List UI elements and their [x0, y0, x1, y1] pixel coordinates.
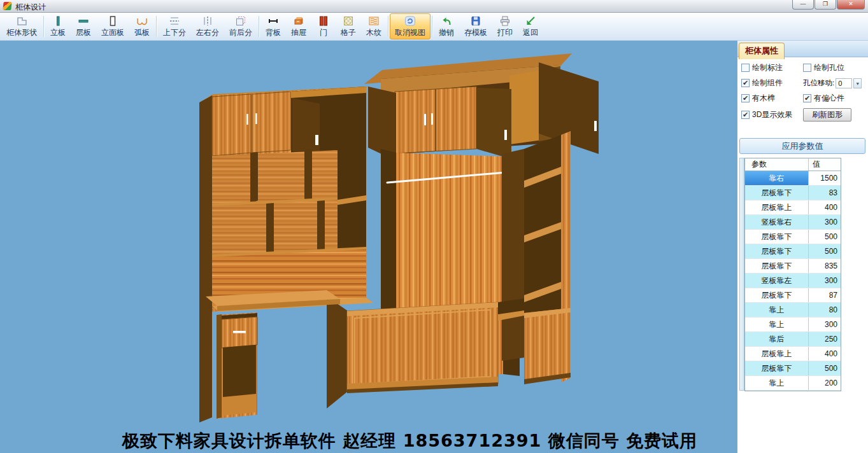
- toolbar-button-shelf-board[interactable]: 层板: [71, 13, 96, 39]
- cabinet-shape-icon: [15, 15, 28, 27]
- toolbar-button-wood-grain[interactable]: 木纹: [361, 13, 387, 39]
- open-door-center-right: [476, 88, 511, 159]
- toolbar-button-split-front-back[interactable]: 前后分: [224, 13, 257, 39]
- chevron-down-icon[interactable]: ▼: [853, 78, 862, 88]
- param-name-cell: 靠上: [745, 303, 809, 317]
- return-icon: [524, 15, 537, 27]
- param-value-cell: 400: [809, 200, 841, 214]
- toolbar-button-label: 返回: [523, 27, 538, 38]
- app-icon: [3, 2, 11, 10]
- toolbar-button-vertical-board[interactable]: 立板: [45, 13, 71, 39]
- toolbar-button-facade-board[interactable]: 立面板: [96, 13, 129, 39]
- minimize-button[interactable]: —: [792, 0, 814, 10]
- properties-panel: 柜体属性 绘制标注 绘制孔位 绘制组件 孔位移动: 0 ▼ 有木榫: [737, 41, 868, 453]
- checkbox-box[interactable]: [741, 79, 750, 87]
- table-row[interactable]: 靠上 200: [745, 376, 841, 391]
- split-front-back-icon: [234, 15, 247, 27]
- table-row[interactable]: 靠后 250: [745, 332, 841, 347]
- toolbar-button-undo[interactable]: 撤销: [434, 13, 459, 39]
- toolbar-button-label: 门: [320, 27, 327, 38]
- toolbar-button-back-board[interactable]: 背板: [260, 13, 286, 39]
- back-board-icon: [267, 15, 280, 27]
- toolbar-button-cabinet-shape[interactable]: 柜体形状: [1, 13, 42, 39]
- desk-unit: [206, 290, 347, 419]
- param-name-cell: 层板靠下: [745, 259, 809, 273]
- 3d-viewport[interactable]: 极致下料家具设计拆单软件 赵经理 18563712391 微信同号 免费试用: [0, 41, 737, 453]
- toolbar-button-label: 格子: [341, 27, 356, 38]
- cabinet-3d-render[interactable]: [0, 41, 737, 453]
- table-row[interactable]: 层板靠下 500: [745, 361, 841, 376]
- table-scrollbar[interactable]: [739, 158, 744, 391]
- toolbar-button-label: 弧板: [134, 27, 150, 38]
- toolbar-button-arc-board[interactable]: 弧板: [129, 13, 155, 39]
- checkbox-draw-components[interactable]: 绘制组件: [741, 78, 803, 88]
- refresh-graphics-button[interactable]: 刷新图形: [803, 108, 851, 122]
- checkbox-box[interactable]: [741, 111, 750, 119]
- table-row[interactable]: 竖板靠左 300: [745, 274, 841, 288]
- checkbox-label: 绘制标注: [752, 62, 783, 73]
- checkbox-draw-annotation[interactable]: 绘制标注: [741, 62, 803, 73]
- restore-button[interactable]: ❐: [815, 0, 836, 10]
- toolbar-button-label: 木纹: [366, 27, 381, 38]
- param-name-cell: 靠上: [745, 317, 809, 331]
- toolbar-button-drawer[interactable]: 抽屉: [286, 13, 311, 39]
- table-row[interactable]: 层板靠上 400: [745, 200, 841, 215]
- table-row[interactable]: 靠右 1500: [745, 171, 841, 186]
- param-value-cell: 80: [809, 303, 841, 317]
- app-title: 柜体设计: [15, 2, 46, 13]
- undo-icon: [440, 15, 453, 27]
- checkbox-box[interactable]: [741, 94, 750, 102]
- toolbar-button-label: 上下分: [163, 27, 186, 38]
- apply-parameters-button[interactable]: 应用参数值: [739, 138, 865, 154]
- param-value-cell: 200: [809, 376, 841, 390]
- checkbox-wood-tenon[interactable]: 有木榫: [741, 93, 803, 104]
- param-name-cell: 靠右: [745, 171, 809, 185]
- checkbox-label: 3D显示效果: [752, 109, 792, 120]
- checkbox-label: 绘制孔位: [814, 62, 844, 73]
- checkbox-box[interactable]: [803, 64, 811, 72]
- checkbox-eccentric-part[interactable]: 有偏心件: [803, 93, 865, 104]
- table-row[interactable]: 层板靠下 87: [745, 288, 841, 303]
- table-row[interactable]: 靠上 300: [745, 317, 841, 332]
- checkbox-box[interactable]: [741, 64, 750, 72]
- toolbar-button-label: 立板: [50, 27, 66, 38]
- param-value-cell: 300: [809, 274, 841, 288]
- param-value-cell: 835: [809, 259, 841, 273]
- toolbar-button-split-left-right[interactable]: 左右分: [191, 13, 224, 39]
- param-value-cell: 300: [809, 215, 841, 229]
- checkbox-draw-holes[interactable]: 绘制孔位: [803, 62, 865, 73]
- toolbar-button-save-template[interactable]: 存模板: [459, 13, 492, 39]
- table-row[interactable]: 层板靠下 500: [745, 230, 841, 244]
- checkbox-box[interactable]: [803, 94, 811, 102]
- toolbar-button-return[interactable]: 返回: [518, 13, 543, 39]
- table-row[interactable]: 层板靠上 400: [745, 347, 841, 361]
- param-value-cell: 400: [809, 347, 841, 361]
- param-value-cell: 250: [809, 332, 841, 346]
- toolbar-button-lattice[interactable]: 格子: [336, 13, 361, 39]
- table-row[interactable]: 层板靠下 500: [745, 244, 841, 259]
- parameter-table: 参数 值 靠右 1500 层板靠下 83 层板靠上 400: [739, 158, 868, 391]
- toolbar-button-door[interactable]: 门: [311, 13, 336, 39]
- lattice-icon: [342, 15, 355, 27]
- hole-move-combo[interactable]: 孔位移动: 0 ▼: [803, 78, 865, 88]
- checkbox-3d-display[interactable]: 3D显示效果: [741, 109, 803, 120]
- close-button[interactable]: ✕: [837, 0, 865, 10]
- toolbar-button-label: 抽屉: [291, 27, 306, 38]
- toolbar-button-label: 前后分: [229, 27, 252, 38]
- table-row[interactable]: 层板靠下 83: [745, 186, 841, 200]
- toolbar-button-label: 柜体形状: [6, 27, 37, 38]
- hole-move-value[interactable]: 0: [836, 78, 852, 88]
- table-row[interactable]: 竖板靠右 300: [745, 215, 841, 230]
- table-row[interactable]: 层板靠下 835: [745, 259, 841, 274]
- table-row[interactable]: 靠上 80: [745, 303, 841, 317]
- toolbar-button-label: 存模板: [464, 27, 487, 38]
- save-template-icon: [469, 15, 482, 27]
- toolbar-button-print[interactable]: 打印: [492, 13, 518, 39]
- toolbar-separator: [156, 16, 157, 37]
- param-value-cell: 500: [809, 244, 841, 258]
- toolbar-button-cancel-view[interactable]: 取消视图: [390, 13, 430, 39]
- toolbar-button-split-top-bottom[interactable]: 上下分: [158, 13, 191, 39]
- toolbar-separator: [388, 16, 388, 37]
- title-bar: 柜体设计 — ❐ ✕: [0, 0, 868, 13]
- tab-cabinet-properties[interactable]: 柜体属性: [739, 43, 785, 59]
